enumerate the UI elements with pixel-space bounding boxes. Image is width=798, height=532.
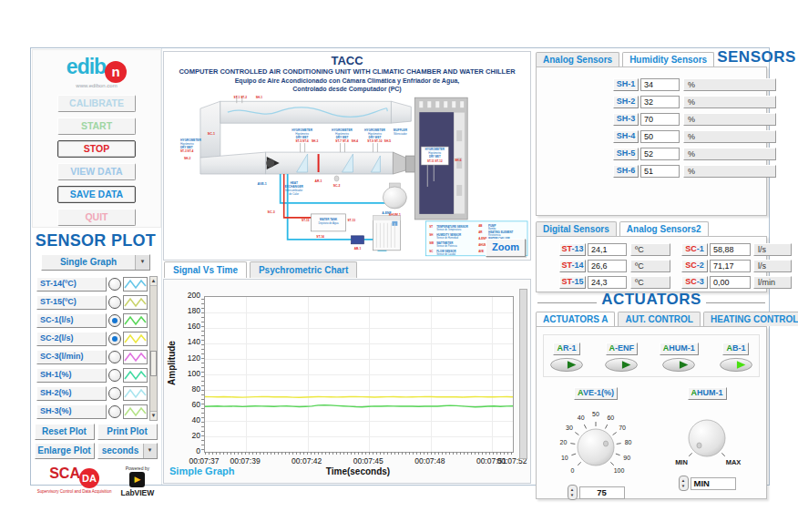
sensor-value: 24,3 (588, 276, 627, 289)
x-tick-label: 00:07:48 (414, 456, 445, 466)
spinner-arrows[interactable]: ▲▼ (679, 476, 689, 491)
tab-psychrometric-chart[interactable]: Psychrometric Chart (250, 261, 357, 278)
graph-mode-dropdown[interactable]: Single Graph ▼ (41, 254, 150, 271)
waveform-icon[interactable] (123, 368, 148, 383)
tab-signal-vs-time[interactable]: Signal Vs Time (164, 261, 247, 278)
svg-text:ST-5 ST-6: ST-5 ST-6 (295, 139, 309, 143)
svg-text:SH-5: SH-5 (384, 139, 391, 143)
series-SC-2(l/s) (205, 396, 513, 397)
toggle-ar1[interactable] (549, 357, 584, 373)
toggle-ahum1[interactable] (661, 357, 696, 373)
diagram-subtitle-es1: Equipo de Aire Acondicionado con Cámara … (164, 77, 530, 85)
tab-digital-sensors[interactable]: Digital Sensors (536, 221, 617, 236)
sensor-radio[interactable] (108, 332, 121, 345)
humidifier-value[interactable]: MIN (691, 477, 736, 490)
sensor-value: 71,17 (710, 260, 751, 272)
enlarge-plot-button[interactable]: Enlarge Plot (35, 443, 95, 459)
waveform-icon[interactable] (123, 404, 148, 419)
spinner-arrows[interactable]: ▲▼ (568, 485, 578, 500)
reset-plot-button[interactable]: Reset Plot (35, 424, 95, 440)
svg-text:ST-14: ST-14 (316, 235, 324, 239)
sensor-radio[interactable] (108, 278, 121, 291)
sensor-radio[interactable] (108, 296, 121, 309)
scrollbar-track[interactable] (150, 286, 157, 411)
sensor-radio[interactable] (108, 369, 121, 382)
scrollbar-thumb[interactable] (150, 351, 157, 376)
sensor-radio[interactable] (108, 351, 121, 363)
label-ar1: AR-1 (315, 179, 322, 183)
sensor-radio[interactable] (108, 387, 121, 400)
waveform-icon[interactable] (123, 295, 148, 310)
toggle-label: AB-1 (722, 343, 749, 355)
waveform-icon[interactable] (123, 386, 148, 401)
scada-logo-disc: DA (79, 468, 99, 488)
dropdown-arrow-icon[interactable]: ▼ (143, 444, 157, 458)
sensor-id: SH-5 (613, 148, 639, 160)
svg-text:50: 50 (592, 411, 599, 417)
fan-speed-knob[interactable]: 0 10 20 30 40 50 60 70 80 90 100 (546, 400, 646, 484)
dropdown-arrow-icon[interactable]: ▼ (135, 255, 149, 270)
time-unit-dropdown[interactable]: seconds ▼ (97, 443, 158, 459)
calibrate-button[interactable]: CALIBRATE (57, 95, 136, 112)
svg-text:SW: SW (429, 241, 434, 245)
sensor-unit: % (683, 130, 776, 143)
humidifier-knob[interactable]: MIN MAX (657, 407, 757, 471)
waveform-icon[interactable] (123, 277, 148, 292)
edibon-logo-dot: n (105, 61, 127, 83)
sensor-id: SH-3 (613, 113, 639, 126)
view-data-button[interactable]: VIEW DATA (57, 163, 136, 180)
svg-text:A-ENF: A-ENF (382, 211, 391, 215)
scroll-up-icon[interactable]: ▲ (150, 277, 157, 286)
edibon-logo-text: edibn (33, 55, 160, 83)
sensor-list-scrollbar[interactable]: ▲ ▼ (149, 276, 158, 421)
actuators-title: ACTUATORS (537, 291, 765, 309)
print-plot-button[interactable]: Print Plot (97, 424, 158, 440)
tab-humidity-sensors[interactable]: Humidity Sensors (622, 52, 714, 66)
y-tick-label: 140 (179, 338, 200, 346)
labview-play-icon: ▶ (129, 472, 145, 487)
y-tick-label: 200 (179, 292, 200, 300)
toggle-ab1[interactable] (719, 357, 753, 373)
svg-text:ST-3 ST-4: ST-3 ST-4 (180, 149, 194, 153)
sensor-unit: % (683, 96, 776, 108)
sensor-label: SC-1(l/s) (36, 313, 107, 328)
zoom-button[interactable]: Zoom (486, 239, 526, 257)
tab-heating-control[interactable]: HEATING CONTROL (703, 312, 798, 326)
sensor-value-row: SH-5 52 % (613, 148, 766, 160)
waveform-icon[interactable] (123, 332, 148, 346)
sensor-row: SC-1(l/s) (36, 312, 148, 328)
sensor-radio[interactable] (108, 405, 121, 418)
stop-button[interactable]: STOP (57, 140, 136, 158)
svg-text:Sensor de Potencia: Sensor de Potencia (436, 244, 457, 248)
sensor-row: SH-2(%) (36, 385, 148, 401)
waveform-icon[interactable] (123, 350, 148, 364)
sensor-unit: ºC (630, 243, 670, 256)
sensor-row: SH-1(%) (36, 367, 148, 383)
svg-text:30: 30 (566, 425, 573, 431)
quit-button[interactable]: QUIT (57, 209, 136, 226)
right-column: Analog Sensors Humidity Sensors SENSORS … (532, 48, 769, 485)
climatic-chamber: HYGROMETER Higrómetro DRY WET ST-11 ST-1… (414, 97, 467, 220)
scroll-down-icon[interactable]: ▼ (150, 411, 157, 420)
tab-actuators-a[interactable]: ACTUATORS A (536, 312, 615, 326)
plot-area[interactable] (204, 296, 514, 453)
svg-text:WATER TANK: WATER TANK (320, 218, 338, 221)
muffler: MUFFLER Silenciador (393, 128, 414, 174)
sensor-radio[interactable] (108, 314, 121, 327)
svg-text:ST-7 ST-8: ST-7 ST-8 (335, 139, 349, 143)
waveform-icon[interactable] (123, 313, 148, 328)
chart-scrollbar[interactable] (519, 289, 527, 459)
analog-sensor-values: ST-13 24,1 ºC SC-1 58,88 l/s ST-14 26,6 … (536, 236, 767, 292)
tab-analog-sensors[interactable]: Analog Sensors (536, 52, 619, 66)
scada-tagline: Supervisory Control and Data Acquisition (37, 489, 112, 494)
toggle-label: AR-1 (553, 343, 579, 355)
save-data-button[interactable]: SAVE DATA (57, 186, 136, 203)
toggle-aenf[interactable] (604, 357, 639, 373)
tab-aut-control[interactable]: AUT. CONTROL (618, 312, 700, 326)
fan-speed-value[interactable]: 75 (579, 486, 625, 499)
center-column: TACC COMPUTER CONTROLLED AIR CONDITIONIN… (161, 48, 532, 485)
diagram-title: TACC (164, 54, 530, 67)
tab-analog-sensors2[interactable]: Analog Sensors2 (619, 221, 709, 236)
start-button[interactable]: START (57, 118, 136, 135)
chart-panel: Amplitude 200180160140120100806040200 00… (163, 279, 531, 484)
